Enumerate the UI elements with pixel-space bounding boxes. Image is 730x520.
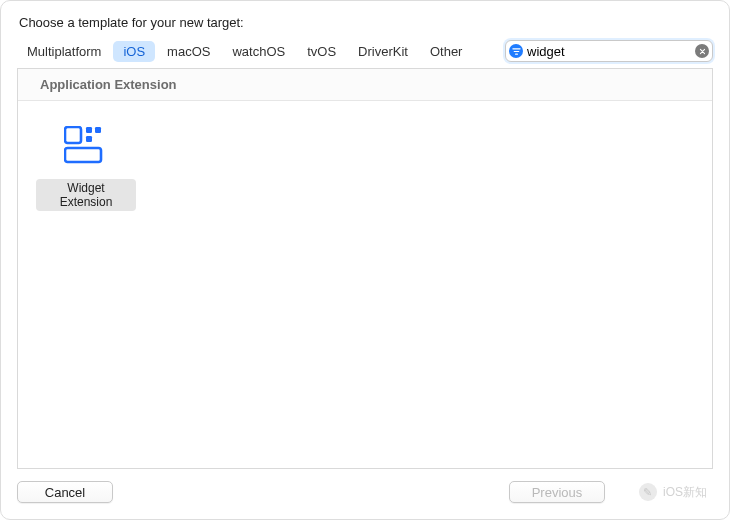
search-clear-icon[interactable] — [695, 44, 709, 58]
tab-tvos[interactable]: tvOS — [297, 41, 346, 62]
tab-driverkit[interactable]: DriverKit — [348, 41, 418, 62]
template-label: Widget Extension — [36, 179, 136, 211]
previous-button: Previous — [509, 481, 605, 503]
tab-macos[interactable]: macOS — [157, 41, 220, 62]
svg-rect-2 — [95, 127, 101, 133]
template-widget-extension[interactable]: Widget Extension — [36, 117, 136, 211]
search-field[interactable] — [505, 40, 713, 62]
platform-tabs-row: Multiplatform iOS macOS watchOS tvOS Dri… — [1, 40, 729, 68]
tab-multiplatform[interactable]: Multiplatform — [17, 41, 111, 62]
tab-watchos[interactable]: watchOS — [222, 41, 295, 62]
cancel-button[interactable]: Cancel — [17, 481, 113, 503]
svg-rect-4 — [65, 148, 101, 162]
dialog-title: Choose a template for your new target: — [1, 1, 729, 40]
tab-other[interactable]: Other — [420, 41, 473, 62]
svg-rect-0 — [65, 127, 81, 143]
platform-tabs: Multiplatform iOS macOS watchOS tvOS Dri… — [17, 41, 472, 62]
dialog-footer: Cancel Previous Next — [1, 469, 729, 519]
svg-rect-3 — [86, 136, 92, 142]
svg-rect-1 — [86, 127, 92, 133]
widget-extension-icon — [47, 117, 125, 173]
tab-ios[interactable]: iOS — [113, 41, 155, 62]
filter-icon — [509, 44, 523, 58]
section-header: Application Extension — [18, 69, 712, 101]
search-input[interactable] — [527, 44, 695, 59]
template-grid: Widget Extension — [17, 101, 713, 469]
